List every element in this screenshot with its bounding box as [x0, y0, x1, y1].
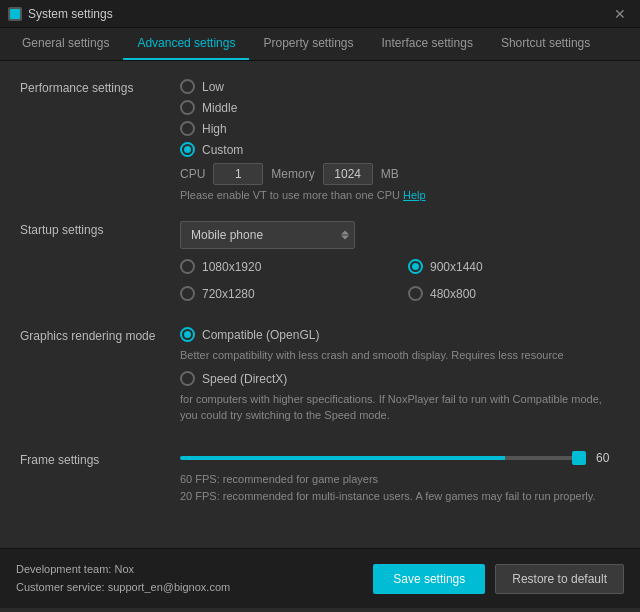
radio-custom-label: Custom: [202, 143, 243, 157]
frame-section: Frame settings 60 60 FPS: recommended fo…: [20, 451, 620, 504]
radio-middle[interactable]: Middle: [180, 100, 620, 115]
footer-info: Development team: Nox Customer service: …: [16, 561, 230, 596]
tab-advanced[interactable]: Advanced settings: [123, 28, 249, 60]
frame-slider[interactable]: [180, 456, 586, 460]
memory-label: Memory: [271, 167, 314, 181]
startup-dropdown[interactable]: Mobile phone Tablet: [180, 221, 355, 249]
tab-bar: General settings Advanced settings Prope…: [0, 28, 640, 61]
tab-property[interactable]: Property settings: [249, 28, 367, 60]
performance-content: Low Middle High Custom CPU Memory MB: [180, 79, 620, 201]
performance-label: Performance settings: [20, 79, 180, 201]
radio-1080-label: 1080x1920: [202, 260, 261, 274]
graphics-section: Graphics rendering mode Compatible (Open…: [20, 327, 620, 431]
radio-900-circle[interactable]: [408, 259, 423, 274]
tab-general[interactable]: General settings: [8, 28, 123, 60]
radio-480-label: 480x800: [430, 287, 476, 301]
tab-interface[interactable]: Interface settings: [368, 28, 487, 60]
resolution-900[interactable]: 900x1440: [408, 259, 620, 274]
radio-middle-label: Middle: [202, 101, 237, 115]
radio-low-circle[interactable]: [180, 79, 195, 94]
cpu-input[interactable]: [213, 163, 263, 185]
frame-content: 60 60 FPS: recommended for game players …: [180, 451, 620, 504]
frame-value: 60: [596, 451, 620, 465]
radio-high-circle[interactable]: [180, 121, 195, 136]
radio-low[interactable]: Low: [180, 79, 620, 94]
save-button[interactable]: Save settings: [373, 564, 485, 594]
radio-opengl[interactable]: Compatible (OpenGL): [180, 327, 620, 342]
startup-dropdown-row: Mobile phone Tablet: [180, 221, 620, 249]
radio-custom[interactable]: Custom: [180, 142, 620, 157]
resolution-720[interactable]: 720x1280: [180, 286, 392, 301]
radio-middle-circle[interactable]: [180, 100, 195, 115]
radio-opengl-circle[interactable]: [180, 327, 195, 342]
window-title: System settings: [28, 7, 113, 21]
dev-team-row: Development team: Nox: [16, 561, 230, 579]
radio-directx-circle[interactable]: [180, 371, 195, 386]
radio-high-label: High: [202, 122, 227, 136]
radio-1080-circle[interactable]: [180, 259, 195, 274]
restore-button[interactable]: Restore to default: [495, 564, 624, 594]
radio-720-label: 720x1280: [202, 287, 255, 301]
memory-unit: MB: [381, 167, 399, 181]
opengl-desc: Better compatibility with less crash and…: [180, 348, 620, 363]
startup-section: Startup settings Mobile phone Tablet: [20, 221, 620, 307]
title-bar-left: System settings: [8, 7, 113, 21]
svg-rect-0: [10, 9, 20, 19]
startup-label: Startup settings: [20, 221, 180, 307]
radio-directx-label: Speed (DirectX): [202, 372, 287, 386]
graphics-content: Compatible (OpenGL) Better compatibility…: [180, 327, 620, 431]
resolution-480[interactable]: 480x800: [408, 286, 620, 301]
footer: Development team: Nox Customer service: …: [0, 548, 640, 608]
app-icon: [8, 7, 22, 21]
graphics-label: Graphics rendering mode: [20, 327, 180, 431]
footer-buttons: Save settings Restore to default: [373, 564, 624, 594]
settings-content: Performance settings Low Middle High Cus…: [0, 61, 640, 548]
vt-help-text: Please enable VT to use more than one CP…: [180, 189, 620, 201]
radio-opengl-label: Compatible (OpenGL): [202, 328, 319, 342]
startup-content: Mobile phone Tablet 1080x1920 900x144: [180, 221, 620, 307]
tab-shortcut[interactable]: Shortcut settings: [487, 28, 604, 60]
frame-label: Frame settings: [20, 451, 180, 504]
memory-input[interactable]: [323, 163, 373, 185]
radio-directx[interactable]: Speed (DirectX): [180, 371, 620, 386]
radio-720-circle[interactable]: [180, 286, 195, 301]
help-link[interactable]: Help: [403, 189, 426, 201]
radio-high[interactable]: High: [180, 121, 620, 136]
performance-section: Performance settings Low Middle High Cus…: [20, 79, 620, 201]
resolution-1080[interactable]: 1080x1920: [180, 259, 392, 274]
cpu-label: CPU: [180, 167, 205, 181]
radio-custom-circle[interactable]: [180, 142, 195, 157]
radio-480-circle[interactable]: [408, 286, 423, 301]
frame-slider-row: 60: [180, 451, 620, 465]
radio-900-label: 900x1440: [430, 260, 483, 274]
startup-dropdown-wrapper: Mobile phone Tablet: [180, 221, 355, 249]
cpu-memory-row: CPU Memory MB: [180, 163, 620, 185]
title-bar: System settings ✕: [0, 0, 640, 28]
directx-desc: for computers with higher specifications…: [180, 392, 620, 423]
resolution-grid: 1080x1920 900x1440 720x1280 480x800: [180, 259, 620, 307]
close-button[interactable]: ✕: [608, 4, 632, 24]
radio-low-label: Low: [202, 80, 224, 94]
customer-service-row: Customer service: support_en@bignox.com: [16, 579, 230, 597]
frame-desc1: 60 FPS: recommended for game players 20 …: [180, 471, 620, 504]
